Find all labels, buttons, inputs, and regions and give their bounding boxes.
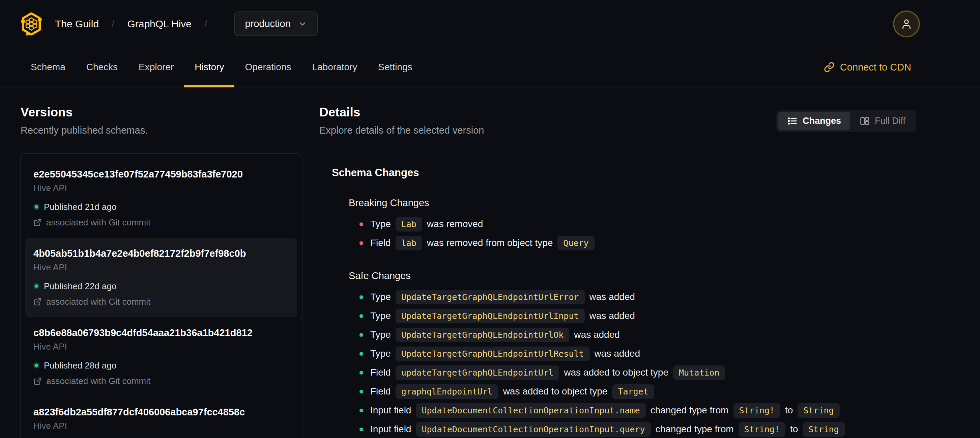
code-badge: String! [733, 403, 780, 418]
version-hash: c8b6e88a06793b9c4dfd54aaa21b36a1b421d812 [33, 327, 289, 339]
change-text: Input field [370, 424, 411, 435]
chevron-down-icon [298, 19, 307, 28]
external-link-icon [33, 218, 42, 227]
published-dot [33, 204, 40, 210]
version-list-item[interactable]: a823f6db2a55df877dcf406006abca97fcc4858c… [25, 397, 297, 438]
tab-laboratory[interactable]: Laboratory [301, 48, 368, 87]
change-text: was added [590, 291, 635, 303]
external-link-icon [33, 377, 42, 385]
version-service-name: Hive API [33, 421, 289, 431]
diff-columns-icon [859, 116, 870, 126]
change-text: Type [370, 329, 391, 340]
full-diff-view-label: Full Diff [875, 116, 905, 126]
versions-panel-subtitle: Recently published schemas. [21, 125, 148, 136]
bullet-dot [360, 241, 363, 245]
code-badge: UpdateTargetGraphQLEndpointUrlResult [396, 347, 590, 361]
bullet-dot [360, 409, 363, 413]
tab-settings[interactable]: Settings [368, 48, 423, 87]
bullet-dot [360, 333, 363, 337]
change-text: to [785, 405, 793, 416]
tab-operations[interactable]: Operations [234, 48, 301, 87]
version-status-text: Published 22d ago [44, 281, 116, 291]
change-text: to [790, 424, 798, 435]
code-badge: UpdateTargetGraphQLEndpointUrlError [396, 290, 585, 304]
tab-explorer[interactable]: Explorer [128, 48, 184, 87]
link-icon [824, 62, 835, 73]
list-icon [787, 116, 797, 126]
bullet-dot [360, 222, 363, 226]
git-commit-text: associated with Git commit [46, 376, 150, 386]
code-badge: UpdateTargetGraphQLEndpointUrlOk [396, 328, 570, 342]
change-text: was added [574, 329, 619, 340]
version-list-item[interactable]: c8b6e88a06793b9c4dfd54aaa21b36a1b421d812… [25, 317, 297, 397]
code-badge: Lab [396, 217, 422, 231]
target-selector-dropdown[interactable]: production [234, 11, 317, 36]
breadcrumb-separator: / [111, 18, 115, 30]
tab-label: Operations [245, 62, 291, 73]
change-row: TypeUpdateTargetGraphQLEndpointUrlErrorw… [360, 288, 932, 306]
change-row: Input fieldUpdateDocumentCollectionOpera… [360, 420, 932, 438]
details-view-toggle: Changes Full Diff [776, 110, 916, 132]
change-group-title: Breaking Changes [349, 196, 932, 209]
versions-list: e2e55045345ce13fe07f52a77459b83fa3fe7020… [20, 153, 302, 438]
version-service-name: Hive API [33, 262, 289, 272]
bullet-dot [360, 390, 363, 393]
git-commit-text: associated with Git commit [46, 217, 150, 228]
breadcrumb-project[interactable]: GraphQL Hive [127, 18, 191, 30]
code-badge: String! [738, 422, 786, 436]
git-commit-link[interactable]: associated with Git commit [33, 376, 289, 386]
bullet-dot [360, 295, 363, 299]
bullet-dot [360, 314, 363, 318]
full-diff-view-button[interactable]: Full Diff [850, 112, 915, 130]
tab-label: Schema [31, 62, 65, 73]
breadcrumb: The Guild / GraphQL Hive / [55, 18, 220, 30]
schema-changes-title: Schema Changes [332, 166, 932, 180]
changes-view-button[interactable]: Changes [778, 112, 850, 130]
change-row: TypeUpdateTargetGraphQLEndpointUrlResult… [360, 344, 932, 363]
change-row: FieldgraphqlEndpointUrlwas added to obje… [360, 382, 932, 401]
git-commit-link[interactable]: associated with Git commit [33, 296, 289, 307]
tab-label: Explorer [138, 62, 174, 73]
change-row: TypeUpdateTargetGraphQLEndpointUrlInputw… [360, 306, 932, 325]
target-selector-value: production [245, 18, 290, 29]
published-dot [33, 283, 40, 289]
tab-schema[interactable]: Schema [20, 48, 76, 87]
version-list-item[interactable]: e2e55045345ce13fe07f52a77459b83fa3fe7020… [25, 159, 297, 238]
tab-label: Laboratory [312, 62, 357, 73]
change-text: was removed from object type [427, 237, 553, 248]
main-nav-tabbar: SchemaChecksExplorerHistoryOperationsLab… [0, 48, 980, 88]
change-group-title: Safe Changes [349, 269, 932, 282]
change-text: was added to object type [564, 367, 668, 378]
change-group: TypeUpdateTargetGraphQLEndpointUrlErrorw… [332, 288, 932, 438]
change-text: changed type from [655, 424, 734, 435]
external-link-icon [33, 298, 42, 306]
code-badge: graphqlEndpointUrl [396, 384, 498, 399]
hive-logo[interactable] [21, 13, 42, 35]
version-hash: e2e55045345ce13fe07f52a77459b83fa3fe7020 [33, 168, 289, 180]
code-badge: UpdateDocumentCollectionOperationInput.q… [416, 422, 651, 436]
tab-checks[interactable]: Checks [76, 48, 128, 87]
user-avatar-button[interactable] [893, 10, 920, 37]
code-badge: UpdateTargetGraphQLEndpointUrlInput [396, 309, 585, 323]
change-text: was added [595, 348, 640, 359]
versions-panel-title: Versions [21, 105, 73, 119]
version-status-text: Published 28d ago [44, 360, 116, 371]
change-text: Type [370, 311, 391, 321]
tab-label: Settings [378, 62, 412, 73]
change-row: TypeLabwas removed [360, 215, 932, 234]
connect-to-cdn-button[interactable]: Connect to CDN [824, 48, 911, 87]
code-badge: Mutation [673, 365, 725, 380]
version-list-item[interactable]: 4b05ab51b1b4a7e2e4b0ef82172f2b9f7ef98c0b… [25, 238, 297, 317]
tab-history[interactable]: History [184, 48, 234, 87]
change-row: Input fieldUpdateDocumentCollectionOpera… [360, 401, 932, 420]
app-header: The Guild / GraphQL Hive / production [0, 0, 980, 48]
breadcrumb-org[interactable]: The Guild [55, 18, 99, 30]
change-row: TypeUpdateTargetGraphQLEndpointUrlOkwas … [360, 325, 932, 344]
git-commit-link[interactable]: associated with Git commit [33, 217, 289, 228]
change-row: FieldupdateTargetGraphQLEndpointUrlwas a… [360, 363, 932, 382]
version-service-name: Hive API [33, 341, 289, 352]
change-text: Input field [370, 405, 411, 416]
bullet-dot [360, 352, 363, 356]
version-service-name: Hive API [33, 183, 289, 193]
schema-changes-section: Schema Changes Breaking ChangesTypeLabwa… [332, 166, 932, 438]
